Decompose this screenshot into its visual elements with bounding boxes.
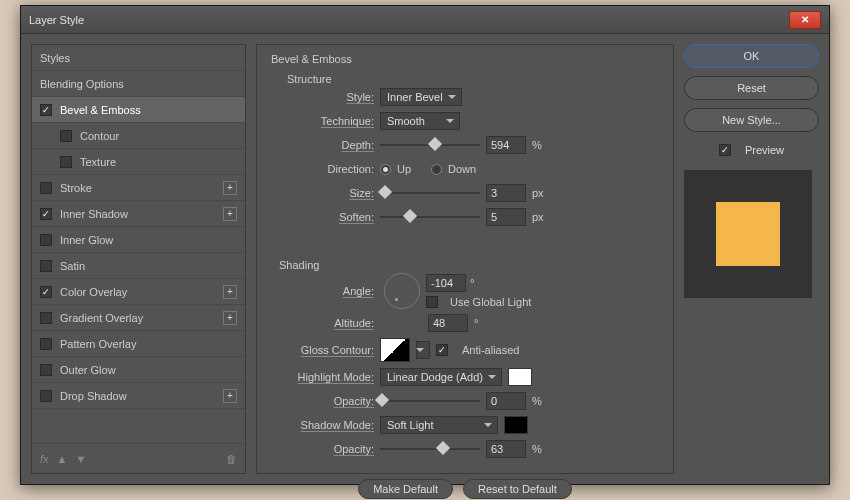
gloss-contour-dropdown[interactable] <box>416 341 430 359</box>
plus-icon[interactable]: + <box>223 181 237 195</box>
angle-wheel[interactable] <box>384 273 420 309</box>
reset-button[interactable]: Reset <box>684 76 819 100</box>
shadow-mode-label: Shadow Mode: <box>279 419 374 431</box>
highlight-opacity-slider[interactable] <box>380 394 480 408</box>
altitude-input[interactable]: 48 <box>428 314 468 332</box>
direction-label: Direction: <box>279 163 374 175</box>
plus-icon[interactable]: + <box>223 311 237 325</box>
depth-input[interactable]: 594 <box>486 136 526 154</box>
highlight-opacity-label: Opacity: <box>279 395 374 407</box>
highlight-color-swatch[interactable] <box>508 368 532 386</box>
gloss-contour-picker[interactable] <box>380 338 410 362</box>
angle-input[interactable]: -104 <box>426 274 466 292</box>
checkbox-icon[interactable] <box>40 390 52 402</box>
sidebar-item-inner-shadow[interactable]: Inner Shadow + <box>32 201 245 227</box>
checkbox-icon[interactable] <box>40 260 52 272</box>
depth-slider[interactable] <box>380 138 480 152</box>
checkbox-icon[interactable] <box>40 234 52 246</box>
checkbox-icon[interactable] <box>40 338 52 350</box>
highlight-opacity-input[interactable]: 0 <box>486 392 526 410</box>
size-input[interactable]: 3 <box>486 184 526 202</box>
size-slider[interactable] <box>380 186 480 200</box>
size-label: Size: <box>279 187 374 199</box>
global-light-checkbox[interactable] <box>426 296 438 308</box>
trash-icon[interactable]: 🗑 <box>226 453 237 465</box>
sidebar-item-color-overlay[interactable]: Color Overlay + <box>32 279 245 305</box>
shadow-color-swatch[interactable] <box>504 416 528 434</box>
shadow-opacity-slider[interactable] <box>380 442 480 456</box>
technique-label: Technique: <box>279 115 374 127</box>
structure-title: Structure <box>287 73 651 85</box>
checkbox-icon[interactable] <box>60 156 72 168</box>
sidebar-item-drop-shadow[interactable]: Drop Shadow + <box>32 383 245 409</box>
sidebar-styles-header[interactable]: Styles <box>32 45 245 71</box>
sidebar-item-stroke[interactable]: Stroke + <box>32 175 245 201</box>
shadow-opacity-label: Opacity: <box>279 443 374 455</box>
preview-checkbox[interactable] <box>719 144 731 156</box>
soften-label: Soften: <box>279 211 374 223</box>
style-select[interactable]: Inner Bevel <box>380 88 462 106</box>
plus-icon[interactable]: + <box>223 207 237 221</box>
sidebar-item-pattern-overlay[interactable]: Pattern Overlay <box>32 331 245 357</box>
styles-sidebar: Styles Blending Options Bevel & Emboss C… <box>31 44 246 474</box>
checkbox-icon[interactable] <box>40 182 52 194</box>
shading-title: Shading <box>279 259 651 271</box>
soften-slider[interactable] <box>380 210 480 224</box>
antialiased-checkbox[interactable] <box>436 344 448 356</box>
titlebar[interactable]: Layer Style ✕ <box>21 6 829 34</box>
settings-panel: Bevel & Emboss Structure Style: Inner Be… <box>256 44 674 474</box>
sidebar-item-texture[interactable]: Texture <box>32 149 245 175</box>
antialiased-label: Anti-aliased <box>462 344 519 356</box>
gloss-label: Gloss Contour: <box>279 344 374 356</box>
altitude-label: Altitude: <box>279 317 374 329</box>
layer-style-dialog: Layer Style ✕ Styles Blending Options Be… <box>20 5 830 485</box>
plus-icon[interactable]: + <box>223 389 237 403</box>
sidebar-blending-options[interactable]: Blending Options <box>32 71 245 97</box>
shadow-mode-select[interactable]: Soft Light <box>380 416 498 434</box>
depth-label: Depth: <box>279 139 374 151</box>
sidebar-item-contour[interactable]: Contour <box>32 123 245 149</box>
window-title: Layer Style <box>29 14 84 26</box>
shadow-opacity-input[interactable]: 63 <box>486 440 526 458</box>
global-light-label: Use Global Light <box>450 296 531 308</box>
soften-input[interactable]: 5 <box>486 208 526 226</box>
angle-label: Angle: <box>279 285 374 297</box>
make-default-button[interactable]: Make Default <box>358 479 453 499</box>
sidebar-item-inner-glow[interactable]: Inner Glow <box>32 227 245 253</box>
checkbox-icon[interactable] <box>40 104 52 116</box>
reset-default-button[interactable]: Reset to Default <box>463 479 572 499</box>
direction-up-radio[interactable] <box>380 164 391 175</box>
sidebar-item-outer-glow[interactable]: Outer Glow <box>32 357 245 383</box>
preview-label: Preview <box>745 144 784 156</box>
plus-icon[interactable]: + <box>223 285 237 299</box>
checkbox-icon[interactable] <box>40 208 52 220</box>
highlight-mode-label: Highlight Mode: <box>279 371 374 383</box>
style-label: Style: <box>279 91 374 103</box>
technique-select[interactable]: Smooth <box>380 112 460 130</box>
right-column: OK Reset New Style... Preview <box>684 44 819 474</box>
bevel-group-title: Bevel & Emboss <box>271 53 659 65</box>
preview-thumbnail <box>684 170 812 298</box>
checkbox-icon[interactable] <box>40 312 52 324</box>
ok-button[interactable]: OK <box>684 44 819 68</box>
checkbox-icon[interactable] <box>60 130 72 142</box>
arrow-down-icon[interactable]: ▼ <box>75 453 86 465</box>
sidebar-item-satin[interactable]: Satin <box>32 253 245 279</box>
sidebar-item-gradient-overlay[interactable]: Gradient Overlay + <box>32 305 245 331</box>
direction-down-radio[interactable] <box>431 164 442 175</box>
highlight-mode-select[interactable]: Linear Dodge (Add) <box>380 368 502 386</box>
fx-icon[interactable]: fx <box>40 453 49 465</box>
sidebar-item-bevel-emboss[interactable]: Bevel & Emboss <box>32 97 245 123</box>
checkbox-icon[interactable] <box>40 286 52 298</box>
new-style-button[interactable]: New Style... <box>684 108 819 132</box>
close-button[interactable]: ✕ <box>789 11 821 29</box>
arrow-up-icon[interactable]: ▲ <box>57 453 68 465</box>
checkbox-icon[interactable] <box>40 364 52 376</box>
